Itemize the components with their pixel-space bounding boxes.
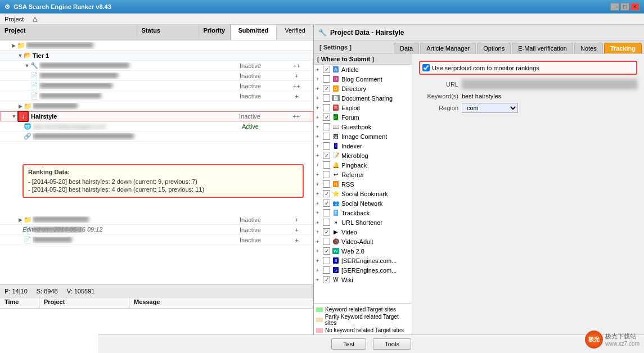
check-pingback[interactable] xyxy=(323,161,330,169)
check-serengines2[interactable] xyxy=(323,266,330,274)
serpcloud-checkbox[interactable] xyxy=(422,64,430,71)
tree-url-label-row[interactable]: 🔗 xyxy=(0,132,313,142)
submit-item-guestbook[interactable]: + 📖 Guestbook xyxy=(314,122,412,132)
tree-row-6[interactable]: 📄 Inactive + xyxy=(0,91,313,101)
expand-icon-3[interactable]: ▼ xyxy=(24,62,30,69)
tab-article-manager[interactable]: Article Manager xyxy=(420,43,476,53)
check-article[interactable] xyxy=(323,66,330,73)
check-blog[interactable] xyxy=(323,75,330,83)
menu-project[interactable]: Project xyxy=(2,15,26,23)
tree-row-1[interactable]: ▶ 📁 xyxy=(0,40,313,51)
submit-item-videoadult[interactable]: + 🔞 Video-Adult xyxy=(314,237,412,246)
submit-item-serengines1[interactable]: + S [SEREngines.com... xyxy=(314,256,412,265)
check-web20[interactable] xyxy=(323,247,330,255)
submit-item-article[interactable]: + A Article xyxy=(314,65,412,74)
expand-socialnetwork[interactable]: + xyxy=(316,201,323,206)
maximize-button[interactable]: □ xyxy=(620,3,629,11)
region-select[interactable]: com co.uk de fr xyxy=(462,103,518,113)
expand-socialbookmark[interactable]: + xyxy=(316,191,323,197)
tree-row-extra1[interactable]: ▶ 📁 Inactive + xyxy=(0,215,313,225)
expand-exploit[interactable]: + xyxy=(316,105,323,111)
submit-item-blog[interactable]: + B Blog Comment xyxy=(314,74,412,84)
submit-item-wiki[interactable]: + W Wiki xyxy=(314,275,412,284)
expand-referrer[interactable]: + xyxy=(316,172,323,178)
check-trackback[interactable] xyxy=(323,209,330,216)
check-socialbookmark[interactable] xyxy=(323,190,330,197)
minimize-button[interactable]: — xyxy=(610,3,619,11)
expand-forum[interactable]: + xyxy=(316,115,323,120)
close-button[interactable]: ✕ xyxy=(631,3,640,11)
menu-sort[interactable]: △ xyxy=(30,15,39,23)
submit-item-socialbookmark[interactable]: + ⭐ Social Bookmark xyxy=(314,189,412,198)
expand-icon-1[interactable]: ▶ xyxy=(10,42,17,49)
tree-row-5[interactable]: 📄 Inactive ++ xyxy=(0,81,313,91)
expand-microblog[interactable]: + xyxy=(316,153,323,159)
check-indexer[interactable] xyxy=(323,142,330,150)
submit-item-serengines2[interactable]: + S [SEREngines.com... xyxy=(314,265,412,275)
submit-item-forum[interactable]: + F Forum xyxy=(314,112,412,122)
expand-icon-extra1[interactable]: ▶ xyxy=(17,216,24,223)
submit-item-exploit[interactable]: + E Exploit xyxy=(314,103,412,112)
submit-item-rss[interactable]: + R RSS xyxy=(314,179,412,189)
tree-url-row[interactable]: 🌐 http://someblog.blogspot.com Active xyxy=(0,121,313,132)
expand-wiki[interactable]: + xyxy=(316,277,323,283)
tab-email-verification[interactable]: E-Mail verification xyxy=(512,43,573,53)
check-rss[interactable] xyxy=(323,180,330,188)
expand-icon-7[interactable]: ▶ xyxy=(17,103,24,110)
tab-options[interactable]: Options xyxy=(477,43,511,53)
expand-urlshortener[interactable]: + xyxy=(316,220,323,225)
check-imagecomment[interactable] xyxy=(323,133,330,140)
check-directory[interactable] xyxy=(323,85,330,92)
expand-article[interactable]: + xyxy=(316,67,323,73)
expand-icon-hairstyle[interactable]: ▼ xyxy=(11,113,17,120)
submit-item-directory[interactable]: + D Directory xyxy=(314,84,412,93)
tree-row-extra2[interactable]: 📄 Inactive + xyxy=(0,225,313,235)
expand-guestbook[interactable]: + xyxy=(316,124,323,130)
check-serengines1[interactable] xyxy=(323,257,330,264)
submit-item-microblog[interactable]: + 📝 Microblog xyxy=(314,151,412,160)
expand-imagecomment[interactable]: + xyxy=(316,134,323,139)
submit-item-socialnetwork[interactable]: + 👥 Social Network xyxy=(314,198,412,208)
tab-notes[interactable]: Notes xyxy=(574,43,603,53)
submit-item-referrer[interactable]: + ↩ Referrer xyxy=(314,170,412,179)
expand-directory[interactable]: + xyxy=(316,86,323,92)
tools-button[interactable]: Tools xyxy=(373,338,411,350)
expand-blog[interactable]: + xyxy=(316,76,323,82)
submit-item-urlshortener[interactable]: + » URL Shortener xyxy=(314,218,412,227)
test-button[interactable]: Test xyxy=(331,338,366,350)
submit-item-imagecomment[interactable]: + 🖼 Image Comment xyxy=(314,132,412,141)
expand-video[interactable]: + xyxy=(316,229,323,235)
check-video[interactable] xyxy=(323,228,330,236)
submit-item-video[interactable]: + ▶ Video xyxy=(314,227,412,237)
check-guestbook[interactable] xyxy=(323,123,330,130)
tab-data[interactable]: Data xyxy=(394,43,419,53)
check-urlshortener[interactable] xyxy=(323,219,330,226)
tree-row-4[interactable]: 📄 Inactive + xyxy=(0,71,313,81)
tree-row-7[interactable]: ▶ 📁 xyxy=(0,101,313,111)
expand-docsharing[interactable]: + xyxy=(316,96,323,101)
submit-item-pingback[interactable]: + 🔔 Pingback xyxy=(314,160,412,170)
submit-item-indexer[interactable]: + I Indexer xyxy=(314,141,412,151)
submit-item-docsharing[interactable]: + 📄 Document Sharing xyxy=(314,93,412,103)
expand-serengines2[interactable]: + xyxy=(316,268,323,273)
check-videoadult[interactable] xyxy=(323,238,330,245)
check-exploit[interactable] xyxy=(323,104,330,111)
check-docsharing[interactable] xyxy=(323,94,330,102)
tab-submitted[interactable]: Submitted xyxy=(231,25,277,40)
tab-verified[interactable]: Verified xyxy=(277,25,313,40)
expand-videoadult[interactable]: + xyxy=(316,239,323,245)
expand-indexer[interactable]: + xyxy=(316,143,323,149)
submit-item-web20[interactable]: + W Web 2.0 xyxy=(314,246,412,256)
tree-row-3[interactable]: ▼ 🔧 Inactive ++ xyxy=(0,61,313,71)
tree-tier1[interactable]: ▼ 📂 Tier 1 xyxy=(0,51,313,61)
expand-icon-tier1[interactable]: ▼ xyxy=(17,52,24,59)
expand-web20[interactable]: + xyxy=(316,248,323,254)
expand-trackback[interactable]: + xyxy=(316,210,323,216)
check-socialnetwork[interactable] xyxy=(323,200,330,207)
check-wiki[interactable] xyxy=(323,276,330,283)
tree-row-extra3[interactable]: 📄 Inactive + xyxy=(0,235,313,245)
check-microblog[interactable] xyxy=(323,152,330,159)
expand-serengines1[interactable]: + xyxy=(316,258,323,264)
expand-pingback[interactable]: + xyxy=(316,162,323,168)
submit-item-trackback[interactable]: + T Trackback xyxy=(314,208,412,218)
